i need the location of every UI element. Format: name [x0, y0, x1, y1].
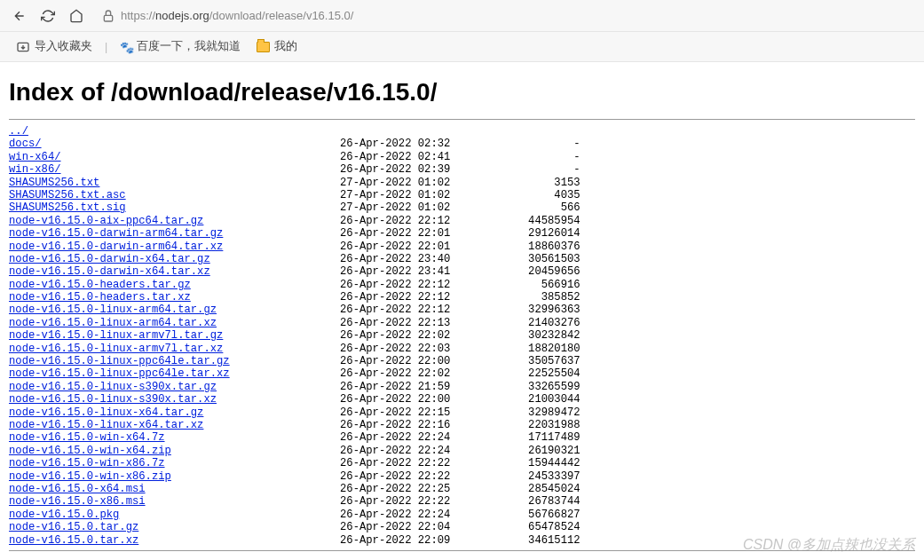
- svg-rect-0: [104, 15, 112, 21]
- file-link[interactable]: node-v16.15.0-linux-s390x.tar.gz: [9, 381, 217, 393]
- file-link[interactable]: node-v16.15.0-win-x86.7z: [9, 457, 165, 469]
- file-link[interactable]: node-v16.15.0-aix-ppc64.tar.gz: [9, 215, 203, 227]
- import-label: 导入收藏夹: [35, 39, 92, 54]
- file-link[interactable]: node-v16.15.0-headers.tar.xz: [9, 291, 191, 304]
- refresh-icon: [41, 9, 55, 23]
- home-button[interactable]: [64, 4, 89, 28]
- file-link[interactable]: node-v16.15.0-linux-armv7l.tar.xz: [9, 343, 223, 355]
- file-link[interactable]: node-v16.15.0.pkg: [9, 509, 119, 521]
- file-link[interactable]: docs/: [9, 138, 42, 150]
- file-link[interactable]: SHASUMS256.txt.sig: [9, 201, 126, 214]
- file-link[interactable]: win-x64/: [9, 151, 61, 163]
- file-link[interactable]: node-v16.15.0-x86.msi: [9, 495, 146, 508]
- file-link[interactable]: node-v16.15.0-darwin-x64.tar.xz: [9, 265, 210, 278]
- browser-toolbar: https://nodejs.org/download/release/v16.…: [0, 0, 924, 32]
- bookmark-mine[interactable]: 我的: [251, 36, 303, 57]
- page-title: Index of /download/release/v16.15.0/: [9, 78, 915, 106]
- file-link[interactable]: node-v16.15.0-linux-x64.tar.gz: [9, 406, 203, 419]
- divider-bottom: [9, 550, 915, 551]
- file-link[interactable]: node-v16.15.0-linux-ppc64le.tar.gz: [9, 355, 230, 367]
- lock-icon: [101, 9, 115, 23]
- file-link[interactable]: node-v16.15.0-win-x86.zip: [9, 470, 171, 483]
- file-link[interactable]: node-v16.15.0-darwin-arm64.tar.gz: [9, 227, 223, 240]
- file-link[interactable]: node-v16.15.0-linux-ppc64le.tar.xz: [9, 367, 230, 380]
- file-link[interactable]: node-v16.15.0-headers.tar.gz: [9, 279, 191, 291]
- back-button[interactable]: [7, 4, 32, 28]
- file-link[interactable]: win-x86/: [9, 163, 61, 176]
- url-text: https://nodejs.org/download/release/v16.…: [121, 9, 353, 22]
- folder-icon: [257, 42, 270, 52]
- home-icon: [69, 9, 83, 23]
- address-bar[interactable]: https://nodejs.org/download/release/v16.…: [101, 9, 917, 23]
- file-link[interactable]: node-v16.15.0-win-x64.zip: [9, 445, 171, 457]
- divider: |: [105, 41, 107, 53]
- file-link[interactable]: node-v16.15.0.tar.gz: [9, 521, 138, 533]
- page-content: Index of /download/release/v16.15.0/ ../…: [0, 62, 924, 560]
- import-icon: [16, 40, 30, 54]
- bookmark-baidu[interactable]: 🐾 百度一下，我就知道: [115, 36, 246, 57]
- baidu-icon: 🐾: [120, 41, 132, 53]
- file-link[interactable]: node-v16.15.0-linux-arm64.tar.gz: [9, 304, 217, 316]
- file-link[interactable]: node-v16.15.0-darwin-x64.tar.gz: [9, 253, 210, 265]
- arrow-left-icon: [12, 9, 27, 23]
- divider-top: [9, 119, 915, 120]
- file-link[interactable]: node-v16.15.0.tar.xz: [9, 534, 138, 547]
- file-listing: ../ docs/ 26-Apr-2022 02:32 - win-x64/ 2…: [9, 125, 915, 547]
- baidu-label: 百度一下，我就知道: [137, 39, 241, 54]
- file-link[interactable]: SHASUMS256.txt: [9, 177, 99, 189]
- import-bookmarks-button[interactable]: 导入收藏夹: [11, 36, 98, 57]
- file-link[interactable]: node-v16.15.0-win-x64.7z: [9, 431, 165, 444]
- refresh-button[interactable]: [36, 4, 60, 28]
- file-link[interactable]: node-v16.15.0-linux-s390x.tar.xz: [9, 393, 217, 406]
- file-link[interactable]: node-v16.15.0-linux-x64.tar.xz: [9, 419, 203, 431]
- file-link[interactable]: node-v16.15.0-linux-armv7l.tar.gz: [9, 329, 223, 342]
- file-link[interactable]: node-v16.15.0-x64.msi: [9, 483, 146, 495]
- file-link[interactable]: node-v16.15.0-darwin-arm64.tar.xz: [9, 241, 223, 253]
- file-link[interactable]: ../: [9, 125, 28, 138]
- mine-label: 我的: [274, 39, 297, 54]
- file-link[interactable]: node-v16.15.0-linux-arm64.tar.xz: [9, 317, 217, 329]
- bookmarks-bar: 导入收藏夹 | 🐾 百度一下，我就知道 我的: [0, 32, 924, 62]
- file-link[interactable]: SHASUMS256.txt.asc: [9, 189, 126, 201]
